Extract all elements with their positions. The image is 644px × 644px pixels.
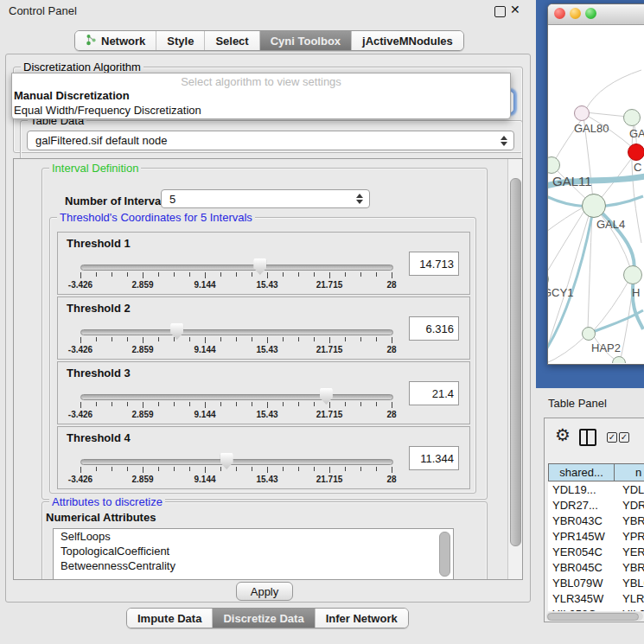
table-row[interactable]: YBL079WYBL0 xyxy=(548,575,644,590)
node-hap2[interactable] xyxy=(582,327,596,341)
node-right-mid[interactable] xyxy=(623,265,642,284)
popup-item-equal-width-frequency-discretization[interactable]: Equal Width/Frequency Discretization xyxy=(12,103,510,118)
minor-tick xyxy=(158,272,159,277)
algorithm-dropdown-popup: Select algorithm to view settings Manual… xyxy=(11,73,511,119)
cell-shared-name: YDR27... xyxy=(548,499,614,512)
node-top-right[interactable] xyxy=(623,109,641,126)
mac-zoom-button[interactable] xyxy=(585,8,596,19)
table-data-combo[interactable]: galFiltered.sif default node xyxy=(27,131,514,150)
threshold-value-field[interactable]: 6.316 xyxy=(409,316,459,341)
minor-tick xyxy=(96,467,97,471)
minor-tick xyxy=(345,272,346,277)
node-gal80[interactable] xyxy=(574,105,590,121)
tick-label: 9.144 xyxy=(186,475,224,484)
column-header-name[interactable]: n xyxy=(615,464,644,481)
minor-tick xyxy=(252,467,252,471)
slider-ticks: -3.4262.8599.14415.4321.71528 xyxy=(80,467,392,486)
tick-label: -3.426 xyxy=(61,475,99,484)
thresholds-group: Threshold's Coordinates for 5 Intervals … xyxy=(49,217,476,494)
table-hscrollbar-thumb[interactable] xyxy=(547,613,639,621)
num-intervals-combo[interactable]: 5 xyxy=(161,189,370,208)
tab-cyni-toolbox[interactable]: Cyni Toolbox xyxy=(260,31,352,50)
tab-label: Impute Data xyxy=(137,612,201,625)
cell-name: YIL0 xyxy=(614,608,644,612)
threshold-value-field[interactable]: 14.713 xyxy=(409,252,459,276)
column-header-shared-name[interactable]: shared... xyxy=(549,464,615,481)
table-panel-title: Table Panel xyxy=(548,397,607,410)
gear-icon[interactable]: ⚙ xyxy=(555,426,571,443)
tick-label: 21.715 xyxy=(310,410,348,419)
table-row[interactable]: YBR045CYBR0 xyxy=(548,559,644,575)
minor-tick xyxy=(127,467,128,471)
major-tick xyxy=(392,272,392,278)
tick-label: 9.144 xyxy=(186,280,224,290)
major-tick xyxy=(392,337,392,343)
node-gal4[interactable] xyxy=(582,194,606,218)
table-row[interactable]: YDR27...YDR2 xyxy=(548,497,644,513)
node-label-gal4: GAL4 xyxy=(596,218,625,231)
table-row[interactable]: YPR145WYPR1 xyxy=(548,528,644,544)
minor-tick xyxy=(345,467,346,471)
tab-select[interactable]: Select xyxy=(205,31,259,50)
major-tick xyxy=(267,402,268,408)
attribute-item[interactable]: BetweennessCentrality xyxy=(54,558,453,573)
popup-item-manual-discretization[interactable]: Manual Discretization xyxy=(12,88,510,103)
slider-track[interactable] xyxy=(80,394,393,400)
major-tick xyxy=(205,272,206,278)
columns-icon[interactable] xyxy=(579,429,596,446)
threshold-slider[interactable]: -3.4262.8599.14415.4321.71528 xyxy=(80,323,392,356)
cyni-toolbox-panel: Discretization Algorithm Select algorith… xyxy=(5,54,531,603)
slider-track[interactable] xyxy=(80,329,393,335)
threshold-value-field[interactable]: 11.344 xyxy=(409,446,459,470)
tick-label: 28 xyxy=(373,475,411,484)
apply-button[interactable]: Apply xyxy=(236,582,293,601)
slider-ticks: -3.4262.8599.14415.4321.71528 xyxy=(80,402,392,421)
threshold-slider[interactable]: -3.4262.8599.14415.4321.71528 xyxy=(80,388,392,421)
control-panel: Control Panel ✕ NetworkStyleSelectCyni T… xyxy=(0,0,536,644)
attribute-item[interactable]: SelfLoops xyxy=(54,529,453,544)
threshold-label: Threshold 3 xyxy=(67,367,131,379)
slider-track[interactable] xyxy=(80,459,393,465)
tab-infer-network[interactable]: Infer Network xyxy=(316,609,408,628)
tick-label: 2.859 xyxy=(124,475,162,484)
tab-jactivemnodules[interactable]: jActiveMNodules xyxy=(352,31,463,50)
tick-label: 15.43 xyxy=(248,475,286,484)
attributes-list-scrollbar[interactable] xyxy=(439,532,450,577)
minor-tick xyxy=(220,402,221,406)
major-tick xyxy=(267,467,268,473)
table-row[interactable]: YLR345WYLR3 xyxy=(548,590,644,606)
main-scrollbar-thumb[interactable] xyxy=(510,178,521,546)
tab-style[interactable]: Style xyxy=(156,31,205,50)
node-red[interactable] xyxy=(628,143,644,161)
network-canvas[interactable]: GAL80GACGAL11GAL4GCY1HHAP2 xyxy=(548,25,644,363)
table-hscrollbar-track[interactable] xyxy=(546,612,643,621)
checkbox-icon[interactable]: ✓ xyxy=(607,432,617,443)
tick-label: 28 xyxy=(373,345,411,354)
minor-tick xyxy=(189,402,190,406)
slider-track[interactable] xyxy=(80,265,393,271)
minor-tick xyxy=(158,467,159,471)
major-tick xyxy=(143,272,143,278)
threshold-slider[interactable]: -3.4262.8599.14415.4321.71528 xyxy=(80,453,392,486)
minor-tick xyxy=(345,337,346,341)
threshold-value-field[interactable]: 21.4 xyxy=(409,381,459,405)
tab-discretize-data[interactable]: Discretize Data xyxy=(213,609,315,628)
table-row[interactable]: YER054CYER0 xyxy=(548,544,644,559)
threshold-slider[interactable]: -3.4262.8599.14415.4321.71528 xyxy=(80,258,392,291)
close-icon[interactable]: ✕ xyxy=(510,3,520,16)
tab-network[interactable]: Network xyxy=(75,31,156,50)
table-row[interactable]: YIL052CYIL0 xyxy=(548,606,644,611)
float-window-icon[interactable] xyxy=(494,6,506,17)
tab-impute-data[interactable]: Impute Data xyxy=(127,609,213,628)
major-tick xyxy=(267,337,268,343)
attribute-item[interactable]: TopologicalCoefficient xyxy=(54,544,453,558)
network-window-titlebar[interactable] xyxy=(548,4,644,25)
mac-close-button[interactable] xyxy=(554,8,565,19)
table-row[interactable]: YDL19...YDL1 xyxy=(548,481,644,497)
table-row[interactable]: YBR043CYBR0 xyxy=(548,513,644,528)
checkbox-icon[interactable]: ✓ xyxy=(619,432,629,443)
major-tick xyxy=(329,337,330,343)
minor-tick xyxy=(236,337,237,341)
mac-minimize-button[interactable] xyxy=(570,8,581,19)
main-scrollbar-track[interactable] xyxy=(507,159,522,579)
